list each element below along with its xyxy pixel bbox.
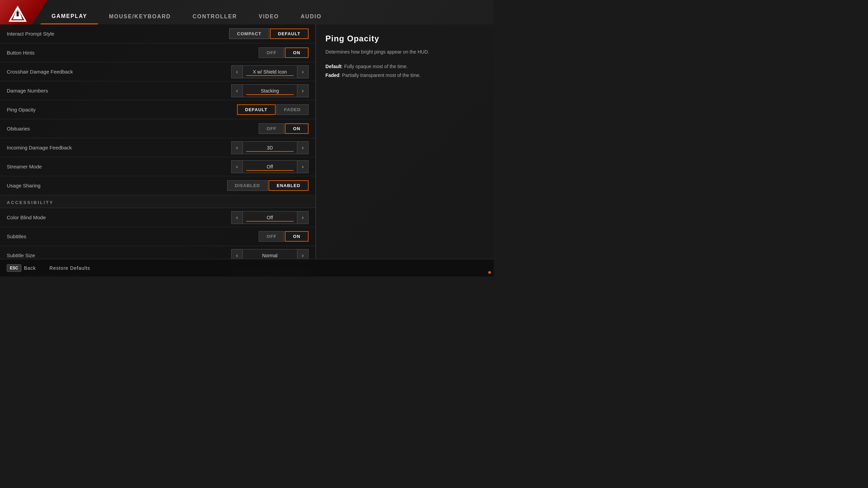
setting-control-streamer-mode: ‹ Off › [231, 160, 309, 173]
info-title: Ping Opacity [326, 34, 484, 43]
value-underline [246, 75, 294, 76]
setting-label-interact-prompt-style: Interact Prompt Style [7, 31, 229, 37]
back-button[interactable]: ESC Back [7, 264, 36, 272]
btn-disabled-usage[interactable]: Disabled [227, 180, 268, 191]
nav-item-mouse-keyboard[interactable]: MOUSE/KEYBOARD [98, 9, 182, 24]
value-underline-incoming [246, 151, 294, 152]
setting-row-crosshair-damage: Crosshair Damage Feedback ‹ X w/ Shield … [0, 62, 315, 81]
setting-row-usage-sharing: Usage Sharing Disabled Enabled [0, 176, 315, 195]
setting-control-usage-sharing: Disabled Enabled [227, 180, 309, 191]
btn-off-button-hints[interactable]: Off [259, 47, 284, 58]
nav-item-gameplay[interactable]: GAMEPLAY [41, 9, 98, 24]
btn-group-obituaries: Off On [259, 123, 309, 134]
nav-item-audio[interactable]: AUDIO [290, 9, 333, 24]
btn-off-obituaries[interactable]: Off [259, 123, 284, 134]
setting-label-subtitles: Subtitles [7, 233, 259, 239]
btn-group-usage-sharing: Disabled Enabled [227, 180, 309, 191]
incoming-damage-value-text: 3D [267, 145, 273, 150]
arrow-selector-streamer-mode: ‹ Off › [231, 160, 309, 173]
arrow-selector-color-blind: ‹ Off › [231, 211, 309, 224]
setting-label-incoming-damage: Incoming Damage Feedback [7, 145, 231, 150]
setting-control-interact-prompt-style: Compact Default [229, 28, 309, 39]
setting-label-ping-opacity: Ping Opacity [7, 107, 237, 113]
btn-group-button-hints: Off On [259, 47, 309, 58]
setting-label-obituaries: Obituaries [7, 126, 259, 131]
btn-compact[interactable]: Compact [229, 28, 269, 39]
setting-control-ping-opacity: Default Faded [237, 104, 309, 115]
section-header-accessibility: ACCESSIBILITY [0, 195, 315, 208]
info-detail-def-0: : Fully opaque most of the time. [341, 64, 408, 69]
value-underline-damage [246, 94, 294, 95]
arrow-selector-incoming-damage: ‹ 3D › [231, 141, 309, 154]
subtitle-size-value-text: Normal [262, 253, 277, 258]
arrow-right-streamer-mode[interactable]: › [297, 160, 309, 173]
setting-row-obituaries: Obituaries Off On [0, 119, 315, 138]
nav-bar: GAMEPLAY MOUSE/KEYBOARD CONTROLLER VIDEO… [41, 0, 494, 24]
arrow-right-crosshair[interactable]: › [297, 65, 309, 78]
setting-row-interact-prompt-style: Interact Prompt Style Compact Default [0, 24, 315, 43]
corner-dot [488, 271, 491, 274]
btn-off-subtitles[interactable]: Off [259, 231, 284, 242]
setting-row-ping-opacity: Ping Opacity Default Faded [0, 100, 315, 119]
btn-faded-ping[interactable]: Faded [276, 104, 309, 115]
setting-label-color-blind: Color Blind Mode [7, 215, 231, 220]
streamer-mode-value-text: Off [267, 164, 273, 169]
btn-default-ping[interactable]: Default [237, 104, 276, 115]
setting-row-button-hints: Button Hints Off On [0, 43, 315, 62]
arrow-left-incoming-damage[interactable]: ‹ [231, 141, 243, 154]
main-content: Interact Prompt Style Compact Default Bu… [0, 24, 494, 277]
setting-row-color-blind: Color Blind Mode ‹ Off › [0, 208, 315, 227]
arrow-value-crosshair: X w/ Shield Icon [243, 65, 297, 78]
btn-on-obituaries[interactable]: On [285, 123, 309, 134]
info-description: Determines how bright pings appear on th… [326, 48, 484, 56]
info-panel: Ping Opacity Determines how bright pings… [316, 24, 494, 277]
setting-row-incoming-damage: Incoming Damage Feedback ‹ 3D › [0, 138, 315, 157]
btn-default[interactable]: Default [270, 28, 309, 39]
setting-label-subtitle-size: Subtitle Size [7, 252, 231, 258]
arrow-value-damage-numbers: Stacking [243, 84, 297, 97]
damage-numbers-value-text: Stacking [261, 88, 279, 94]
arrow-value-streamer-mode: Off [243, 160, 297, 173]
arrow-value-color-blind: Off [243, 211, 297, 224]
color-blind-value-text: Off [267, 215, 273, 220]
arrow-left-damage-numbers[interactable]: ‹ [231, 84, 243, 97]
info-detail-term-1: Faded [326, 73, 339, 78]
setting-control-subtitles: Off On [259, 231, 309, 242]
setting-control-incoming-damage: ‹ 3D › [231, 141, 309, 154]
arrow-left-color-blind[interactable]: ‹ [231, 211, 243, 224]
btn-on-subtitles[interactable]: On [285, 231, 309, 242]
esc-key: ESC [7, 264, 21, 272]
nav-item-controller[interactable]: CONTROLLER [182, 9, 248, 24]
btn-group-ping-opacity: Default Faded [237, 104, 309, 115]
setting-control-obituaries: Off On [259, 123, 309, 134]
arrow-left-streamer-mode[interactable]: ‹ [231, 160, 243, 173]
arrow-value-incoming-damage: 3D [243, 141, 297, 154]
logo [4, 3, 31, 27]
setting-row-subtitles: Subtitles Off On [0, 227, 315, 246]
crosshair-value-text: X w/ Shield Icon [253, 69, 287, 75]
bottom-bar: ESC Back Restore Defaults [0, 259, 494, 277]
arrow-selector-damage-numbers: ‹ Stacking › [231, 84, 309, 97]
arrow-right-incoming-damage[interactable]: › [297, 141, 309, 154]
setting-row-streamer-mode: Streamer Mode ‹ Off › [0, 157, 315, 176]
back-label: Back [24, 265, 36, 271]
info-detail: Default: Fully opaque most of the time. … [326, 62, 484, 79]
arrow-left-crosshair[interactable]: ‹ [231, 65, 243, 78]
btn-on-button-hints[interactable]: On [285, 47, 309, 58]
setting-control-crosshair-damage: ‹ X w/ Shield Icon › [231, 65, 309, 78]
restore-defaults-button[interactable]: Restore Defaults [50, 265, 90, 271]
value-underline-color-blind [246, 221, 294, 222]
setting-label-crosshair-damage: Crosshair Damage Feedback [7, 69, 231, 75]
info-detail-term-0: Default [326, 64, 341, 69]
setting-label-streamer-mode: Streamer Mode [7, 164, 231, 169]
btn-enabled-usage[interactable]: Enabled [269, 180, 309, 191]
arrow-right-damage-numbers[interactable]: › [297, 84, 309, 97]
btn-group-interact-prompt: Compact Default [229, 28, 309, 39]
settings-panel[interactable]: Interact Prompt Style Compact Default Bu… [0, 24, 316, 277]
info-detail-def-1: : Partially transparent most of the time… [339, 73, 421, 78]
setting-label-damage-numbers: Damage Numbers [7, 88, 231, 94]
arrow-right-color-blind[interactable]: › [297, 211, 309, 224]
nav-item-video[interactable]: VIDEO [248, 9, 290, 24]
setting-row-damage-numbers: Damage Numbers ‹ Stacking › [0, 81, 315, 100]
setting-label-usage-sharing: Usage Sharing [7, 183, 227, 188]
